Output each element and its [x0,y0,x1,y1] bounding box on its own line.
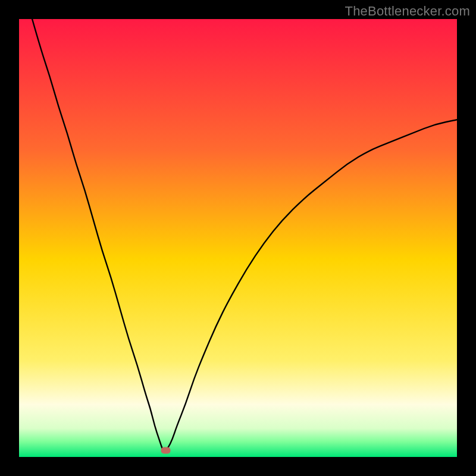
chart-frame: TheBottlenecker.com [0,0,476,476]
watermark-text: TheBottlenecker.com [345,4,470,19]
bottleneck-chart [19,19,457,457]
plot-background [19,19,457,457]
optimum-marker [161,447,171,453]
